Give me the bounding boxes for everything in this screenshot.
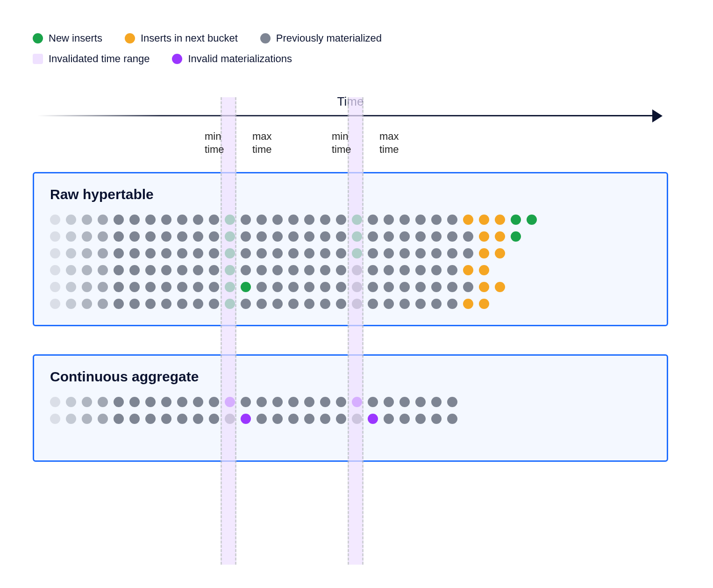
dot-icon [177,299,187,309]
dot-icon [304,248,314,258]
dot-icon [161,414,171,424]
dot-icon [415,265,426,275]
dot-icon [431,215,442,225]
dot-icon [272,299,283,309]
dot-icon [495,248,505,258]
dot-icon [368,397,378,407]
axis-tick: max time [379,130,417,156]
dot-icon [98,248,108,258]
dot-icon [193,282,203,292]
invalidated-band [348,97,364,565]
dot-icon [257,414,267,424]
dot-icon [50,299,60,309]
dot-icon [399,397,410,407]
dot-icon [114,397,124,407]
dot-icon [463,299,473,309]
dot-icon [336,265,346,275]
dot-icon [161,215,171,225]
dot-icon [50,397,60,407]
dot-icon [66,231,76,242]
dot-icon [241,414,251,424]
dot-icon [384,414,394,424]
dot-icon [172,54,182,64]
dot-icon [177,215,187,225]
legend-label: Inserts in next bucket [141,28,238,49]
dot-icon [304,282,314,292]
dot-icon [463,248,473,258]
dot-icon [82,299,92,309]
dot-icon [320,265,330,275]
dot-icon [399,282,410,292]
dot-icon [431,265,442,275]
dot-icon [129,265,140,275]
dot-icon [272,265,283,275]
dot-icon [50,215,60,225]
dot-icon [272,397,283,407]
legend-item-new-inserts: New inserts [33,28,102,49]
dot-icon [145,248,156,258]
dot-icon [304,414,314,424]
dot-icon [82,231,92,242]
legend-label: Invalidated time range [49,49,150,69]
dot-icon [463,282,473,292]
dot-icon [399,215,410,225]
dot-icon [511,231,521,242]
dot-icon [495,215,505,225]
dot-icon [114,231,124,242]
dot-icon [161,248,171,258]
dot-icon [431,397,442,407]
legend-item-inserts-next: Inserts in next bucket [125,28,238,49]
dot-icon [161,299,171,309]
dot-icon [66,248,76,258]
dot-icon [511,215,521,225]
dot-icon [304,215,314,225]
dot-icon [447,414,457,424]
dot-icon [415,282,426,292]
dot-icon [272,231,283,242]
dot-icon [479,248,489,258]
dot-icon [368,414,378,424]
dot-icon [193,397,203,407]
dot-icon [304,265,314,275]
dot-icon [320,299,330,309]
dot-icon [114,299,124,309]
dot-icon [145,265,156,275]
dot-icon [193,231,203,242]
dot-icon [82,414,92,424]
dot-icon [209,215,219,225]
dot-icon [384,397,394,407]
dot-icon [399,299,410,309]
dot-icon [129,215,140,225]
dot-icon [479,299,489,309]
dot-icon [336,231,346,242]
dot-icon [288,265,299,275]
dot-icon [50,414,60,424]
dot-icon [145,215,156,225]
legend: New inserts Inserts in next bucket Previ… [33,28,680,69]
dot-icon [288,231,299,242]
diagram-stage: Time Raw hypertable Continuous aggregate… [33,97,668,565]
dot-icon [161,265,171,275]
axis-tick: min time [205,130,242,156]
axis-tick: min time [332,130,369,156]
dot-icon [145,299,156,309]
dot-icon [495,231,505,242]
dot-icon [415,299,426,309]
dot-icon [114,215,124,225]
dot-icon [384,299,394,309]
dot-icon [431,299,442,309]
dot-icon [336,414,346,424]
dot-icon [320,215,330,225]
dot-icon [415,414,426,424]
legend-item-invalidated-range: Invalidated time range [33,49,150,69]
dot-icon [479,231,489,242]
dot-icon [384,248,394,258]
dot-icon [368,231,378,242]
dot-icon [304,397,314,407]
dot-icon [447,248,457,258]
dot-icon [82,248,92,258]
dot-icon [98,282,108,292]
dot-icon [447,215,457,225]
dot-icon [431,231,442,242]
legend-label: New inserts [49,28,102,49]
